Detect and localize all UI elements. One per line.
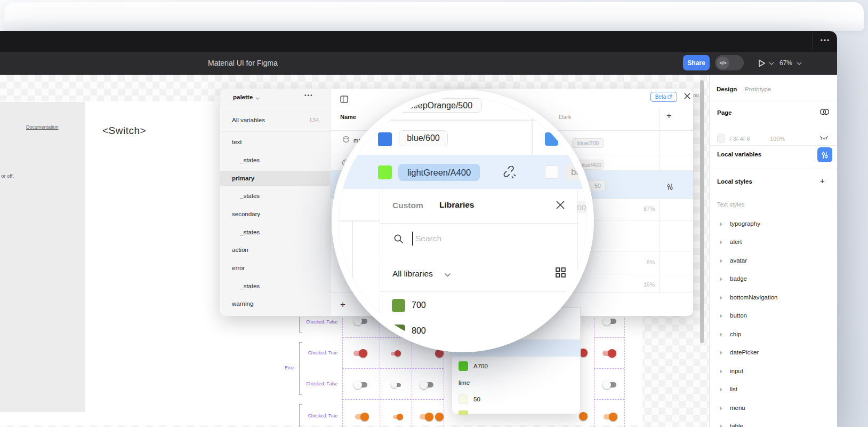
canvas-scrollbar[interactable] (700, 80, 704, 343)
text-style-item[interactable]: bottomNavigation (730, 294, 778, 301)
tab-custom[interactable]: Custom (392, 201, 423, 210)
toggle-sidebar-icon[interactable] (340, 96, 348, 103)
switch-checked-error[interactable] (353, 349, 367, 358)
library-item-label[interactable]: 700 (412, 301, 426, 310)
group-label: lime (459, 379, 470, 386)
chevron-right-icon[interactable] (720, 333, 722, 337)
text-style-item[interactable]: datePicker (730, 349, 759, 355)
blend-icon[interactable] (819, 108, 830, 115)
value-chip[interactable]: blue/200 (572, 138, 604, 148)
zoom-level[interactable]: 67% (779, 59, 792, 67)
switch-checked-error-small[interactable] (391, 350, 401, 357)
search-input[interactable] (415, 234, 522, 243)
group-item[interactable]: text (232, 139, 242, 145)
switch-unchecked-small[interactable] (391, 382, 401, 388)
value-chip-selected[interactable]: lightGreen/A400 (398, 164, 480, 181)
page-opacity[interactable]: 100% (770, 136, 785, 142)
group-item[interactable]: secondary (232, 211, 260, 217)
switch-checked-warning[interactable] (420, 413, 433, 421)
chevron-right-icon[interactable] (720, 240, 722, 244)
text-style-item[interactable]: input (730, 368, 743, 374)
dev-mode-toggle[interactable]: </> (715, 55, 744, 70)
chevron-right-icon[interactable] (720, 406, 722, 410)
dashed-grid-line (594, 337, 624, 338)
text-style-item[interactable]: table (730, 423, 743, 427)
text-style-item[interactable]: list (730, 386, 737, 392)
switch-checked-error[interactable] (602, 349, 616, 358)
text-fragment-right: no (693, 92, 699, 98)
all-variables-item[interactable]: All variables (232, 117, 265, 123)
eye-closed-icon[interactable] (819, 136, 829, 141)
documentation-link[interactable]: Documentation (26, 124, 59, 130)
switch-checked-warning[interactable] (355, 413, 369, 421)
value-chip[interactable]: blue/600 (399, 130, 448, 146)
local-variables-button[interactable] (817, 147, 832, 162)
library-item-label[interactable]: A700 (473, 363, 488, 369)
chevron-right-icon[interactable] (720, 277, 722, 281)
close-icon[interactable] (555, 200, 566, 210)
documentation-card (0, 102, 85, 412)
zoom-chevron-icon[interactable] (797, 62, 802, 66)
collection-title[interactable]: palette (233, 94, 253, 100)
column-header-dark[interactable]: Dark (559, 114, 571, 120)
chevron-right-icon[interactable] (720, 296, 722, 300)
play-icon[interactable] (757, 59, 766, 68)
group-item[interactable]: _states (240, 193, 260, 199)
text-style-item[interactable]: button (730, 312, 747, 319)
page-color-swatch[interactable] (717, 135, 725, 143)
edit-value-chip[interactable]: deepOrange/500 (399, 98, 482, 113)
add-variable-button[interactable]: + (340, 299, 345, 310)
switch-unchecked[interactable] (353, 381, 367, 389)
chevron-right-icon[interactable] (720, 424, 722, 427)
tab-prototype[interactable]: Prototype (745, 86, 771, 92)
text-style-item[interactable]: chip (730, 331, 741, 337)
group-item[interactable]: _states (240, 283, 260, 289)
switch-fragment[interactable] (579, 412, 588, 421)
collection-chevron-icon[interactable] (255, 97, 260, 100)
switch-fragment[interactable] (435, 413, 444, 421)
text-style-item[interactable]: avatar (730, 257, 747, 264)
switch-checked-warning-small[interactable] (393, 414, 403, 420)
group-item[interactable]: action (232, 247, 248, 253)
add-style-button[interactable]: + (820, 176, 825, 185)
sliders-icon[interactable] (666, 183, 673, 191)
text-style-item[interactable]: alert (730, 239, 742, 245)
text-style-item[interactable]: badge (730, 275, 747, 282)
column-header-name[interactable]: Name (340, 114, 356, 120)
chevron-right-icon[interactable] (720, 388, 722, 392)
text-style-item[interactable]: menu (730, 405, 745, 411)
switch-unchecked[interactable] (602, 381, 616, 389)
group-item[interactable]: _states (240, 229, 260, 235)
switch-unchecked[interactable] (353, 317, 367, 326)
close-icon[interactable] (684, 92, 691, 100)
chevron-right-icon[interactable] (720, 314, 722, 318)
group-item-selected[interactable]: primary (232, 175, 254, 181)
panel-menu-button[interactable]: ••• (304, 92, 314, 98)
add-column-button[interactable]: + (666, 111, 671, 121)
tab-design[interactable]: Design (717, 86, 737, 92)
tab-libraries[interactable]: Libraries (439, 200, 474, 210)
chevron-right-icon[interactable] (720, 222, 722, 226)
switch-unchecked[interactable] (602, 317, 616, 326)
chevron-right-icon[interactable] (720, 259, 722, 263)
text-style-item[interactable]: typography (730, 220, 760, 227)
switch-checked-warning[interactable] (604, 413, 617, 421)
group-item[interactable]: warning (232, 301, 253, 307)
page-color-hex[interactable]: F3F4F6 (729, 136, 750, 142)
beta-badge[interactable]: Beta (650, 92, 677, 102)
group-item[interactable]: error (232, 265, 245, 271)
library-item-label[interactable]: 50 (473, 396, 480, 402)
play-chevron-icon[interactable] (769, 62, 774, 66)
library-filter-dropdown[interactable]: All libraries (392, 269, 433, 279)
detach-variable-icon[interactable] (503, 166, 517, 180)
chevron-right-icon[interactable] (720, 369, 722, 374)
window-menu-button[interactable]: ••• (816, 37, 835, 44)
library-item-label[interactable]: 800 (412, 326, 426, 336)
grid-view-icon[interactable] (556, 267, 566, 278)
share-button[interactable]: Share (683, 55, 710, 70)
switch-unchecked[interactable] (420, 381, 433, 389)
group-item[interactable]: _states (240, 157, 260, 163)
chevron-right-icon[interactable] (720, 351, 722, 355)
chrome-divider (812, 33, 813, 50)
document-title[interactable]: Material UI for Figma (208, 59, 278, 67)
